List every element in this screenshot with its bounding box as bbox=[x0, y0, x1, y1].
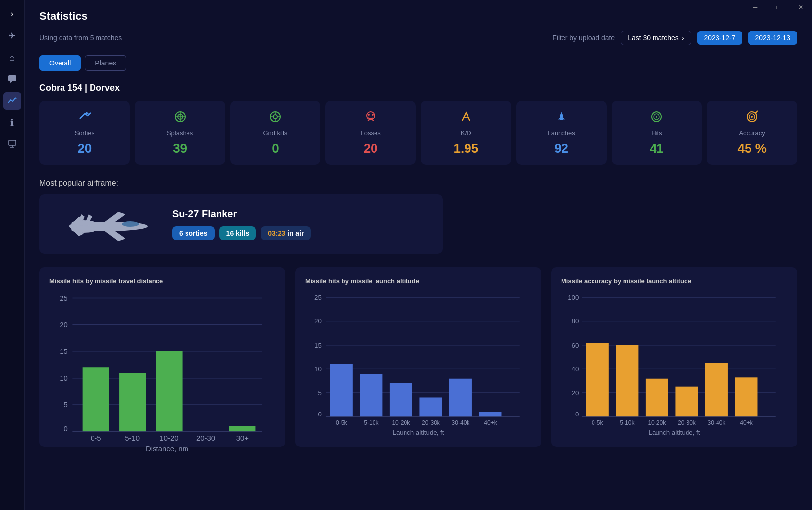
sidebar-item-plane[interactable]: ✈ bbox=[3, 27, 21, 45]
sidebar-item-home[interactable]: ⌂ bbox=[3, 49, 21, 66]
svg-text:40+k: 40+k bbox=[740, 419, 753, 426]
accuracy-label: Accuracy bbox=[739, 129, 765, 137]
svg-rect-71 bbox=[390, 383, 412, 416]
svg-point-16 bbox=[368, 114, 370, 116]
svg-text:20-30: 20-30 bbox=[196, 434, 215, 442]
splashes-label: Splashes bbox=[167, 129, 193, 137]
svg-text:30-40k: 30-40k bbox=[707, 419, 726, 426]
svg-rect-97 bbox=[675, 387, 698, 417]
chart-altitude-hits-svg: 25 20 15 10 5 0 bbox=[305, 291, 531, 422]
svg-text:5-10: 5-10 bbox=[125, 434, 140, 442]
sidebar-item-info[interactable]: ℹ bbox=[3, 114, 21, 131]
date-btn-start[interactable]: 2023-12-7 bbox=[697, 31, 743, 45]
svg-text:20-30k: 20-30k bbox=[422, 419, 440, 426]
chart-accuracy-altitude-area: 100 80 60 40 20 0 bbox=[561, 291, 787, 424]
chart-accuracy-altitude-title: Missile accuracy by missile launch altit… bbox=[561, 277, 787, 285]
losses-icon bbox=[364, 110, 377, 127]
sorties-badge: 6 sorties bbox=[172, 226, 215, 240]
sidebar-item-stats[interactable] bbox=[3, 92, 21, 110]
svg-text:80: 80 bbox=[572, 318, 579, 325]
splashes-icon bbox=[173, 110, 187, 127]
tab-planes[interactable]: Planes bbox=[85, 55, 126, 71]
svg-rect-95 bbox=[616, 345, 638, 416]
sidebar-item-chat[interactable] bbox=[3, 70, 21, 88]
airframe-section-title: Most popular airframe: bbox=[39, 179, 797, 188]
losses-label: Losses bbox=[361, 129, 381, 137]
sidebar: › ✈ ⌂ ℹ bbox=[0, 0, 25, 510]
svg-text:20-30k: 20-30k bbox=[678, 419, 696, 426]
airframe-name: Su-27 Flanker bbox=[172, 208, 311, 220]
accuracy-icon bbox=[745, 110, 759, 127]
svg-point-27 bbox=[751, 116, 753, 118]
svg-rect-0 bbox=[8, 75, 16, 81]
kd-icon bbox=[459, 110, 473, 127]
svg-text:20: 20 bbox=[572, 389, 579, 397]
kd-label: K/D bbox=[461, 129, 471, 137]
svg-text:0-5k: 0-5k bbox=[336, 419, 347, 426]
stat-card-accuracy: Accuracy 45 % bbox=[707, 101, 797, 165]
svg-text:5-10k: 5-10k bbox=[620, 419, 635, 426]
sidebar-item-reward[interactable] bbox=[3, 135, 21, 153]
launches-icon bbox=[555, 110, 568, 127]
sidebar-toggle[interactable]: › bbox=[7, 5, 18, 23]
gnd-kills-label: Gnd kills bbox=[263, 129, 287, 137]
svg-text:0-5: 0-5 bbox=[91, 434, 101, 442]
chart-distance-title: Missile hits by missile travel distance bbox=[49, 277, 276, 285]
svg-text:20: 20 bbox=[60, 321, 68, 329]
svg-text:20: 20 bbox=[314, 318, 322, 325]
svg-text:10: 10 bbox=[60, 374, 68, 382]
svg-text:15: 15 bbox=[314, 342, 322, 349]
chart-altitude-hits: Missile hits by missile launch altitude … bbox=[295, 267, 541, 447]
svg-rect-46 bbox=[83, 367, 109, 431]
svg-text:100: 100 bbox=[568, 294, 579, 301]
svg-line-18 bbox=[368, 120, 370, 121]
maximize-button[interactable]: □ bbox=[767, 0, 789, 15]
chart-distance-svg: 25 20 15 10 5 0 bbox=[49, 291, 276, 438]
tab-overall[interactable]: Overall bbox=[39, 55, 81, 71]
svg-text:30-40k: 30-40k bbox=[451, 419, 470, 426]
date-btn-end[interactable]: 2023-12-13 bbox=[748, 31, 797, 45]
page-title: Statistics bbox=[39, 10, 797, 23]
svg-rect-72 bbox=[419, 397, 442, 416]
svg-text:25: 25 bbox=[60, 294, 68, 302]
kills-badge: 16 kills bbox=[219, 226, 256, 240]
plane-image bbox=[54, 204, 153, 244]
svg-rect-94 bbox=[586, 343, 609, 416]
svg-text:Distance, nm: Distance, nm bbox=[146, 445, 188, 453]
svg-text:40: 40 bbox=[572, 365, 579, 373]
chart-altitude-hits-title: Missile hits by missile launch altitude bbox=[305, 277, 531, 285]
stat-card-kd: K/D 1.95 bbox=[421, 101, 511, 165]
charts-row: Missile hits by missile travel distance … bbox=[39, 267, 797, 447]
svg-point-10 bbox=[273, 115, 277, 119]
svg-text:0: 0 bbox=[575, 411, 579, 418]
svg-text:5: 5 bbox=[64, 401, 68, 409]
svg-rect-70 bbox=[360, 374, 382, 416]
stat-card-hits: Hits 41 bbox=[612, 101, 702, 165]
stats-grid: Sorties 20 Splashes 39 bbox=[39, 101, 797, 165]
window-controls: ─ □ ✕ bbox=[744, 0, 812, 15]
svg-rect-48 bbox=[156, 351, 182, 431]
chart-altitude-hits-area: 25 20 15 10 5 0 bbox=[305, 291, 531, 424]
svg-rect-47 bbox=[119, 373, 146, 431]
svg-text:10-20: 10-20 bbox=[160, 434, 179, 442]
stat-card-losses: Losses 20 bbox=[325, 101, 416, 165]
chart-accuracy-altitude-svg: 100 80 60 40 20 0 bbox=[561, 291, 787, 422]
tabs-row: Overall Planes bbox=[39, 55, 797, 71]
gnd-kills-value: 0 bbox=[272, 141, 279, 156]
svg-rect-2 bbox=[9, 140, 16, 145]
filter-dropdown[interactable]: Last 30 matches › bbox=[621, 31, 691, 45]
time-badge: 03:23 in air bbox=[261, 226, 311, 240]
svg-rect-21 bbox=[560, 115, 563, 120]
stat-card-launches: Launches 92 bbox=[516, 101, 607, 165]
gnd-kills-icon bbox=[268, 110, 282, 127]
svg-rect-96 bbox=[646, 379, 668, 416]
stat-card-sorties: Sorties 20 bbox=[39, 101, 130, 165]
header-row: Using data from 5 matches Filter by uplo… bbox=[39, 31, 797, 45]
close-button[interactable]: ✕ bbox=[789, 0, 812, 15]
svg-text:Launch altitude, ft: Launch altitude, ft bbox=[649, 429, 700, 436]
sorties-icon bbox=[78, 110, 92, 127]
svg-line-19 bbox=[372, 120, 374, 121]
launches-value: 92 bbox=[554, 141, 568, 156]
minimize-button[interactable]: ─ bbox=[744, 0, 767, 15]
airframe-card: Su-27 Flanker 6 sorties 16 kills 03:23 i… bbox=[39, 194, 443, 254]
